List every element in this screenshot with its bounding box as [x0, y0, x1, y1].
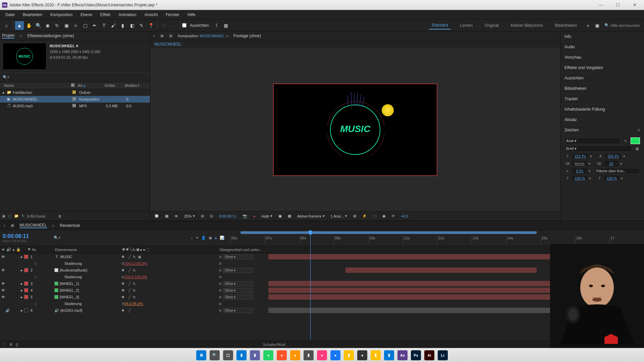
bit-depth-button[interactable]: 8-Bit-Kanal [27, 214, 45, 218]
label-color[interactable] [24, 288, 28, 292]
channel-icon[interactable]: ● [252, 214, 257, 218]
layer-row[interactable]: 👁 ▸ 3 [WHEEL_1] ✱╱fx ⊚ Ohne ▾ [0, 280, 644, 287]
text-tool[interactable]: T [100, 21, 108, 30]
frame-blend-icon[interactable]: ▣ [209, 236, 212, 240]
camera-dropdown[interactable]: Aktive Kamera ▾ [296, 214, 326, 218]
viewer-time[interactable]: 0:00:08:11 [218, 214, 238, 218]
parent-pickwhip-icon[interactable]: ⊚ [219, 282, 222, 286]
taskbar-search-icon[interactable]: 🔍 [210, 350, 220, 360]
interpret-icon[interactable]: ▣ [2, 214, 5, 218]
parent-dropdown[interactable]: Ohne ▾ [223, 254, 253, 259]
transparency-icon[interactable]: ▦ [286, 214, 292, 218]
taskbar-illustrator-icon[interactable]: Ai [424, 350, 434, 360]
taskbar-whatsapp-icon[interactable]: ● [263, 350, 273, 360]
more-workspaces-icon[interactable]: » [584, 21, 592, 30]
project-menu-icon[interactable]: ≡ [20, 34, 22, 38]
parent-dropdown[interactable]: Ohne ▾ [223, 281, 253, 286]
leading-input[interactable]: 325 Px [605, 154, 621, 159]
zoom-dropdown[interactable]: 25% ▾ [183, 214, 196, 218]
comp-breadcrumb[interactable]: MUSICWHEEL [154, 42, 181, 47]
comp-mini-icon[interactable]: ▦ [169, 34, 172, 38]
home-icon[interactable]: ⌂ [2, 21, 11, 30]
timeline-search-icon[interactable]: 🔍▾ [54, 236, 60, 240]
stroke-icons[interactable]: ▦ [634, 146, 640, 152]
hscale-input[interactable]: 100 % [573, 176, 587, 181]
font-family-select[interactable]: Arial ▾ [565, 138, 621, 144]
toggle-brackets-icon[interactable]: {} [16, 343, 18, 347]
eraser-tool[interactable]: ◧ [128, 21, 137, 30]
draft3d-icon[interactable]: ✦ [196, 236, 199, 240]
toggle-switches-icon[interactable]: ⬚ [3, 342, 6, 347]
camera-tool[interactable]: ▣ [62, 21, 71, 30]
parent-pickwhip-icon[interactable]: ⊚ [219, 268, 222, 273]
kerning-select[interactable]: Metrik [573, 161, 587, 166]
label-col-icon[interactable] [71, 83, 74, 87]
help-search-input[interactable]: Hilfe durchsuchen [610, 23, 640, 27]
taskbar-windows-icon[interactable]: ⊞ [196, 350, 206, 360]
minimize-button[interactable]: — [596, 2, 606, 8]
workspace-standard[interactable]: Standard [429, 21, 451, 29]
composition-viewer[interactable]: MUSIC [150, 48, 560, 211]
time-ruler[interactable]: 06s07s08s09s10s11s12s13s14s15s16s17 [230, 230, 644, 246]
hand-tool[interactable]: ✋ [24, 21, 33, 30]
brush-tool[interactable]: 🖌 [109, 21, 118, 30]
panel-effekte-und-vorgaben[interactable]: Effekte und Vorgaben [560, 63, 644, 73]
timeline-close-icon[interactable]: × [3, 224, 5, 228]
menu-komposition[interactable]: Komposition [46, 11, 76, 18]
flowchart-icon[interactable]: × [153, 34, 155, 38]
col-media[interactable]: Medien-f [123, 83, 141, 87]
resolution-dropdown[interactable]: Halb ▾ [260, 214, 274, 218]
menu-ebene[interactable]: Ebene [76, 11, 96, 18]
magnify-icon[interactable]: 🔲 [153, 214, 160, 218]
res-icon[interactable]: ⊟ [200, 214, 205, 218]
tab-footage[interactable]: Footage (ohne) [233, 34, 261, 38]
music-text-layer[interactable]: MUSIC [340, 124, 370, 134]
tab-timeline-comp[interactable]: MUSICWHEEL [19, 223, 47, 228]
layer-row[interactable]: 👁 ▸ 2 [Audioamplitude] ✱╱fx ⊚ Ohne ▾ [0, 267, 644, 274]
panel-bibliotheken[interactable]: Bibliotheken [560, 83, 644, 94]
panel-inhaltsbasierte-füllung[interactable]: Inhaltsbasierte Füllung [560, 104, 644, 115]
col-size[interactable]: Größe [103, 83, 123, 87]
scale-value[interactable]: 95,0,95,0% [124, 302, 143, 306]
parent-pickwhip-icon[interactable]: ⊚ [219, 255, 222, 259]
panel-ausrichten[interactable]: Ausrichten [560, 73, 644, 83]
parent-dropdown[interactable]: Ohne ▾ [223, 295, 253, 300]
work-area-bar[interactable] [240, 231, 537, 234]
stroke-width-input[interactable]: 0 Px [573, 168, 587, 174]
label-color[interactable] [24, 295, 28, 299]
snap-icon[interactable]: ⟟ [212, 21, 221, 30]
label-color[interactable] [24, 282, 28, 286]
taskbar-aftereffects-icon[interactable]: Ae [397, 350, 408, 360]
fast-icon[interactable]: ⚡ [361, 214, 368, 218]
new-comp-icon[interactable]: ▢ [8, 214, 11, 218]
zoom-tool[interactable]: 🔍 [34, 21, 43, 30]
label-color[interactable] [24, 308, 28, 312]
taskbar-files-icon[interactable]: ▮ [371, 350, 381, 360]
roto-tool[interactable]: ✎ [137, 21, 146, 30]
render-icon[interactable]: ◉ [381, 214, 387, 218]
vscale-input[interactable]: 100 % [604, 176, 619, 181]
anchor-tool[interactable]: ⊹ [71, 21, 80, 30]
selection-tool[interactable]: ▲ [15, 21, 24, 30]
snapshot-icon[interactable]: 📷 [241, 214, 249, 218]
menu-datei[interactable]: Datei [1, 11, 19, 18]
eyedropper-icon[interactable]: ✎ [623, 138, 629, 144]
taskbar-explorer-icon[interactable]: ▮ [236, 350, 247, 360]
panel-toggle-icon[interactable]: ▣ [593, 21, 602, 30]
visibility-toggle[interactable]: 👁 [1, 255, 5, 259]
bone-icon[interactable]: ⟋ [169, 21, 178, 30]
project-item[interactable]: ▣MUSICWHEELKomposition0: [0, 96, 150, 103]
pen-tool[interactable]: ✒ [90, 21, 99, 30]
visibility-toggle[interactable]: 👁 [1, 268, 5, 272]
taskbar-firefox-icon[interactable]: ● [290, 350, 300, 360]
taskbar-obs-icon[interactable]: ● [357, 350, 367, 360]
parent-pickwhip-icon[interactable]: ⊚ [219, 295, 222, 299]
layer-icon[interactable]: ▣ [160, 34, 164, 38]
motion-blur-icon[interactable]: ● [215, 236, 217, 240]
trash-icon[interactable]: 🗑 [58, 214, 62, 218]
link-icon[interactable]: ⊚ [121, 302, 124, 306]
menu-bearbeiten[interactable]: Bearbeiten [19, 11, 46, 18]
tab-render-queue[interactable]: Renderliste [60, 223, 80, 228]
scale-value[interactable]: 100,0,100,0% [124, 275, 147, 279]
parent-dropdown[interactable]: Ohne ▾ [223, 308, 253, 313]
